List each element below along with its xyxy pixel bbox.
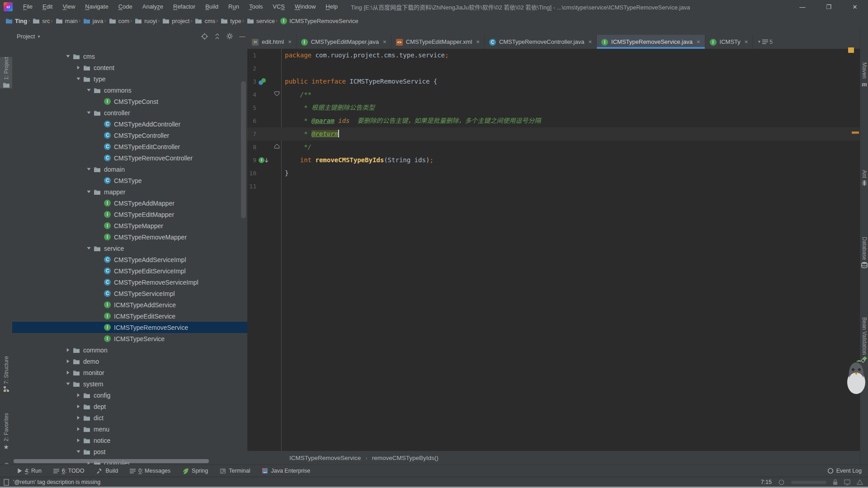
- menu-navigate[interactable]: Navigate: [80, 0, 113, 14]
- code-line-9[interactable]: 9I int removeCMSTypeByIds(String ids);: [247, 154, 860, 167]
- toolwindow-tab-ant[interactable]: Ant: [860, 170, 868, 201]
- tree-item-ICMSTypeRemoveService[interactable]: IICMSTypeRemoveService: [12, 322, 248, 333]
- tree-item-CMSTypeEditServiceImpl[interactable]: CCMSTypeEditServiceImpl: [12, 265, 248, 277]
- expand-arrow-icon[interactable]: [63, 381, 73, 386]
- breadcrumb-item-ICMSTypeRemoveService[interactable]: IICMSTypeRemoveService: [280, 17, 358, 24]
- fold-marker-icon[interactable]: [274, 91, 280, 96]
- tree-item-CMSTypeRemoveMapper[interactable]: ICMSTypeRemoveMapper: [12, 231, 248, 243]
- tree-item-post[interactable]: post: [12, 446, 248, 457]
- tree-item-menu[interactable]: menu: [12, 423, 248, 435]
- tree-item-CMSTypeRemoveController[interactable]: CCMSTypeRemoveController: [12, 152, 248, 164]
- implemented-marker-icon[interactable]: [259, 77, 266, 86]
- breadcrumb-item-Ting[interactable]: Ting: [5, 18, 27, 24]
- editor-tab-ICMSTypeRemoveService.java[interactable]: IICMSTypeRemoveService.java×: [597, 35, 705, 49]
- caret-position[interactable]: 7:15: [761, 479, 772, 485]
- toolwindow-button-build[interactable]: Build: [96, 468, 118, 474]
- breadcrumb-item-com[interactable]: com: [109, 18, 130, 24]
- toolwindow-button-todo[interactable]: 6: TODO: [53, 468, 85, 474]
- tree-item-CMSTypeAddServiceImpl[interactable]: CCMSTypeAddServiceImpl: [12, 254, 248, 265]
- breadcrumb-item-service[interactable]: service: [247, 18, 275, 24]
- menu-code[interactable]: Code: [113, 0, 137, 14]
- tree-item-content[interactable]: content: [12, 62, 248, 73]
- tree-item-monitor[interactable]: monitor: [12, 367, 248, 378]
- code-line-8[interactable]: 8 */: [247, 141, 860, 154]
- code-line-3[interactable]: 3public interface ICMSTypeRemoveService …: [247, 75, 860, 88]
- maximize-icon[interactable]: ❐: [816, 0, 842, 14]
- close-tab-icon[interactable]: ×: [288, 38, 292, 45]
- tree-item-service[interactable]: service: [12, 243, 248, 254]
- toolwindow-button-spring[interactable]: Spring: [182, 468, 208, 474]
- expand-arrow-icon[interactable]: [63, 54, 73, 59]
- collapse-all-icon[interactable]: [212, 31, 222, 41]
- menu-analyze[interactable]: Analyze: [137, 0, 168, 14]
- tree-item-CMSTypeController[interactable]: CCMSTypeController: [12, 130, 248, 141]
- tree-item-ICMSTypeService[interactable]: IICMSTypeService: [12, 333, 248, 344]
- collapse-arrow-icon[interactable]: [63, 359, 73, 364]
- event-log-button[interactable]: Event Log: [827, 468, 862, 474]
- toolwindow-button-javaenterprise[interactable]: Java Enterprise: [262, 468, 310, 474]
- editor-breadcrumb-item[interactable]: removeCMSTypeByIds(): [372, 455, 439, 461]
- menu-build[interactable]: Build: [200, 0, 223, 14]
- write-lock-icon[interactable]: [833, 479, 838, 485]
- toolwindow-tab-2--favorites[interactable]: 2: Favorites★: [0, 413, 12, 455]
- tree-item-CMSTypeServiceImpl[interactable]: CCMSTypeServiceImpl: [12, 288, 248, 299]
- tree-item-CMSTypeEditMapper[interactable]: ICMSTypeEditMapper: [12, 209, 248, 220]
- tree-item-ICMSTypeEditService[interactable]: IICMSTypeEditService: [12, 310, 248, 322]
- fold-marker-icon[interactable]: [274, 144, 280, 149]
- collapse-arrow-icon[interactable]: [74, 415, 83, 420]
- gear-icon[interactable]: [225, 31, 235, 41]
- code-line-2[interactable]: 2: [247, 62, 860, 75]
- tree-item-mapper[interactable]: mapper: [12, 186, 248, 197]
- expand-arrow-icon[interactable]: [74, 449, 83, 454]
- collapse-arrow-icon[interactable]: [63, 347, 73, 352]
- close-tab-icon[interactable]: ×: [588, 38, 592, 45]
- tree-item-CMSTypeAddMapper[interactable]: ICMSTypeAddMapper: [12, 197, 248, 209]
- menu-file[interactable]: File: [18, 0, 38, 14]
- code-line-1[interactable]: 1package com.ruoyi.project.cms.type.serv…: [247, 49, 860, 62]
- breadcrumb-item-main[interactable]: main: [56, 18, 78, 24]
- collapse-arrow-icon[interactable]: [74, 65, 83, 70]
- tree-item-ICMSTypeAddService[interactable]: IICMSTypeAddService: [12, 299, 248, 310]
- code-line-4[interactable]: 4 /**: [247, 88, 860, 101]
- tree-item-type[interactable]: type: [12, 73, 248, 84]
- menu-tools[interactable]: Tools: [244, 0, 268, 14]
- tree-item-CMSTypeConst[interactable]: ICMSTypeConst: [12, 96, 248, 107]
- tree-item-domain[interactable]: domain: [12, 164, 248, 175]
- code-line-5[interactable]: 5 * 根据主键删除公告类型: [247, 101, 860, 114]
- tree-item-CMSTypeEditController[interactable]: CCMSTypeEditController: [12, 141, 248, 152]
- tree-item-notice[interactable]: notice: [12, 435, 248, 446]
- screen-reader-icon[interactable]: [857, 479, 863, 485]
- tree-item-controller[interactable]: controller: [12, 107, 248, 118]
- editor-tab-CMSTypeRemoveController.java[interactable]: CCMSTypeRemoveController.java×: [485, 35, 597, 49]
- close-tab-icon[interactable]: ×: [383, 38, 387, 45]
- locate-file-icon[interactable]: [199, 31, 209, 41]
- refresh-icon[interactable]: [778, 479, 785, 486]
- tree-item-dept[interactable]: dept: [12, 401, 248, 412]
- tree-item-dict[interactable]: dict: [12, 412, 248, 423]
- tree-item-CMSTypeAddController[interactable]: CCMSTypeAddController: [12, 118, 248, 130]
- toolwindow-button-terminal[interactable]: Terminal: [220, 468, 250, 474]
- menu-view[interactable]: View: [57, 0, 80, 14]
- toolwindow-button-run[interactable]: 4: Run: [17, 468, 42, 474]
- toolwindow-tab-database[interactable]: Database: [860, 237, 868, 293]
- tree-item-CMSTypeRemoveServiceImpl[interactable]: CCMSTypeRemoveServiceImpl: [12, 277, 248, 288]
- error-stripe-file-mark[interactable]: [848, 47, 854, 53]
- expand-arrow-icon[interactable]: [84, 110, 94, 115]
- menu-edit[interactable]: Edit: [38, 0, 57, 14]
- code-line-10[interactable]: 10}: [247, 167, 860, 180]
- error-stripe-warning-mark[interactable]: [852, 131, 859, 134]
- tree-item-common[interactable]: common: [12, 344, 248, 356]
- expand-arrow-icon[interactable]: [84, 167, 94, 172]
- expand-arrow-icon[interactable]: [84, 88, 94, 93]
- close-tab-icon[interactable]: ×: [745, 38, 748, 45]
- toolwindow-tab-7--structure[interactable]: 7: Structure: [0, 356, 12, 399]
- expand-arrow-icon[interactable]: [84, 189, 94, 194]
- breadcrumb-item-ruoyi[interactable]: ruoyi: [135, 18, 157, 24]
- breadcrumb-item-src[interactable]: src: [33, 18, 50, 24]
- hide-panel-icon[interactable]: —: [237, 31, 247, 41]
- collapse-arrow-icon[interactable]: [74, 438, 83, 443]
- menu-refactor[interactable]: Refactor: [168, 0, 200, 14]
- expand-arrow-icon[interactable]: [84, 246, 94, 251]
- collapse-arrow-icon[interactable]: [63, 370, 73, 375]
- collapse-arrow-icon[interactable]: [74, 404, 83, 409]
